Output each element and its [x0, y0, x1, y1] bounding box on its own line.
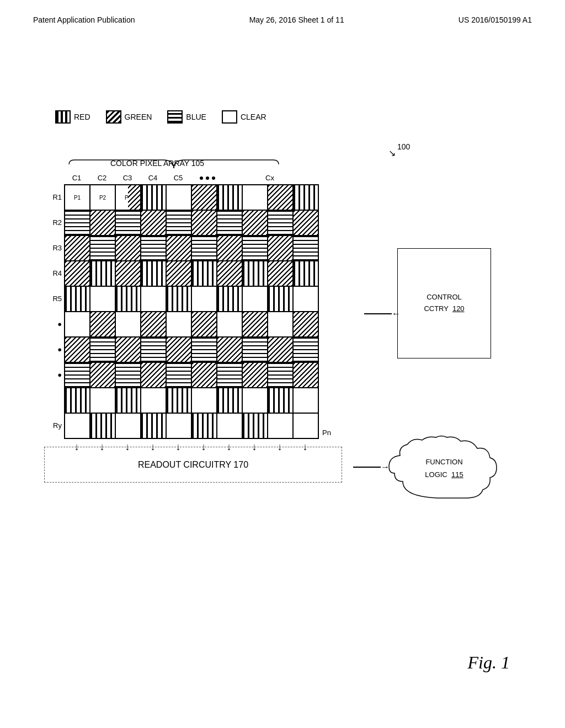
cell-r7c9	[268, 337, 293, 362]
cell-r2c2	[90, 210, 115, 235]
cell-r4c5	[166, 261, 191, 286]
grid-cells: P1 P2 P3	[64, 184, 319, 439]
fig-label: Fig. 1	[468, 652, 510, 673]
cell-r5c3	[115, 286, 141, 312]
cell-r4c6	[191, 261, 217, 286]
cell-r1c1: P1	[65, 185, 90, 210]
pn-label: Pn	[322, 429, 331, 437]
cell-r6c7	[217, 312, 242, 337]
cell-r7c3	[115, 337, 141, 362]
function-logic-label: FUNCTIONLOGIC 115	[397, 456, 491, 481]
col-c2: C2	[89, 174, 115, 182]
cell-r4c8	[242, 261, 268, 286]
cell-r6c1	[65, 312, 90, 337]
cell-r8c1	[65, 362, 90, 388]
legend-green: GREEN	[106, 110, 152, 124]
cell-r7c7	[217, 337, 242, 362]
cell-r5c2	[90, 286, 115, 312]
cell-r9c2	[90, 388, 115, 413]
cell-r6c6	[191, 312, 217, 337]
cell-r9c8	[242, 388, 268, 413]
row-labels: R1 R2 R3 R4 R5 ● ● ● Ry	[44, 184, 64, 453]
cell-r2c6	[191, 210, 217, 235]
cell-r1c3: P3	[115, 185, 141, 210]
cell-r8c10	[293, 362, 318, 388]
cell-r6c8	[242, 312, 268, 337]
cell-r5c9	[268, 286, 293, 312]
function-arrow: →	[353, 462, 390, 472]
cell-r1c4	[141, 185, 166, 210]
cell-r4c1	[65, 261, 90, 286]
row-r1: R1	[44, 184, 64, 210]
cell-r4c9	[268, 261, 293, 286]
cell-r10c10: Pn	[293, 413, 318, 438]
cell-r9c1	[65, 388, 90, 413]
cell-r1c6	[191, 185, 217, 210]
row-r5: R5	[44, 286, 64, 311]
cell-r2c3	[115, 210, 141, 235]
cell-r1c8	[242, 185, 268, 210]
cell-r8c8	[242, 362, 268, 388]
brace-svg	[63, 154, 284, 171]
cell-r8c6	[191, 362, 217, 388]
cell-r2c5	[166, 210, 191, 235]
cell-r3c9	[268, 235, 293, 261]
cell-r1c10	[293, 185, 318, 210]
cell-r4c2	[90, 261, 115, 286]
pixel-grid-area: C1 C2 C3 C4 C5 Cx R1 R2 R3 R4 R5 ● ● ● R…	[44, 174, 319, 453]
col-cx: Cx	[257, 174, 282, 182]
cell-r6c3	[115, 312, 141, 337]
cell-r8c7	[217, 362, 242, 388]
header-right: US 2016/0150199 A1	[459, 15, 532, 24]
cell-r8c2	[90, 362, 115, 388]
legend-clear: CLEAR	[222, 110, 266, 124]
cell-r3c8	[242, 235, 268, 261]
cell-r10c2	[90, 413, 115, 438]
cell-r10c5	[166, 413, 191, 438]
cell-r7c2	[90, 337, 115, 362]
cell-r1c7	[217, 185, 242, 210]
pixel-grid: P1 P2 P3	[64, 184, 319, 453]
cell-r8c9	[268, 362, 293, 388]
cell-r6c9	[268, 312, 293, 337]
cell-r9c3	[115, 388, 141, 413]
clear-label: CLEAR	[241, 113, 266, 121]
cell-r3c5	[166, 235, 191, 261]
col-c5: C5	[166, 174, 191, 182]
cell-r2c10	[293, 210, 318, 235]
cell-r5c6	[191, 286, 217, 312]
cell-r7c6	[191, 337, 217, 362]
clear-icon	[222, 110, 237, 124]
cell-r5c5	[166, 286, 191, 312]
cell-r4c4	[141, 261, 166, 286]
cell-r5c4	[141, 286, 166, 312]
cell-r10c8	[242, 413, 268, 438]
cell-r1c9	[268, 185, 293, 210]
cell-r9c4	[141, 388, 166, 413]
cell-r5c8	[242, 286, 268, 312]
row-dot2: ●	[44, 336, 64, 362]
cell-r5c10	[293, 286, 318, 312]
header-center: May 26, 2016 Sheet 1 of 11	[249, 15, 344, 24]
cell-r8c3	[115, 362, 141, 388]
cell-r2c8	[242, 210, 268, 235]
legend-blue: BLUE	[167, 110, 206, 124]
cell-r10c6	[191, 413, 217, 438]
cell-r7c5	[166, 337, 191, 362]
cell-r4c3	[115, 261, 141, 286]
red-icon	[55, 110, 71, 124]
legend: RED GREEN BLUE CLEAR	[55, 110, 266, 124]
row-r4: R4	[44, 260, 64, 286]
col-c4: C4	[140, 174, 166, 182]
cell-r6c2	[90, 312, 115, 337]
grid-with-labels: R1 R2 R3 R4 R5 ● ● ● Ry P1 P2 P3	[44, 184, 319, 453]
cell-r3c1	[65, 235, 90, 261]
row-dot3: ●	[44, 362, 64, 387]
cell-r7c4	[141, 337, 166, 362]
row-blank	[44, 387, 64, 413]
cell-r3c7	[217, 235, 242, 261]
cell-r9c9	[268, 388, 293, 413]
legend-red: RED	[55, 110, 90, 124]
ref-100: 100	[397, 142, 410, 151]
cell-r3c2	[90, 235, 115, 261]
